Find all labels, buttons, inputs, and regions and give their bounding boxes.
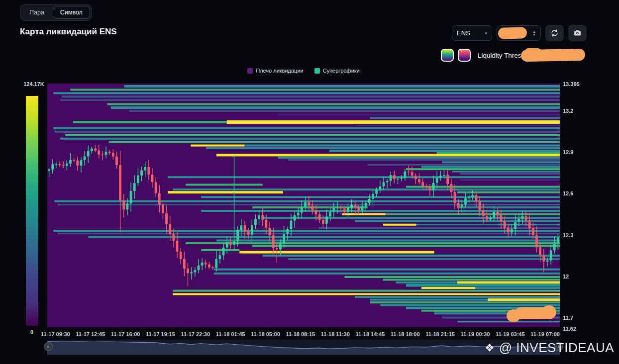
time-tick-label: 11-18 18:00: [391, 331, 420, 337]
page-title: Карта ликвидаций ENS: [20, 27, 117, 37]
number-stepper[interactable]: ▲▼: [532, 30, 536, 36]
watermark: ❖ @ INVESTIDEAUA: [485, 340, 614, 356]
time-tick-label: 11-18 05:00: [251, 331, 280, 337]
time-tick-label: 11-17 09:30: [41, 331, 70, 337]
refresh-button[interactable]: [545, 25, 564, 41]
chart-legend: Плечо ликвидации Суперграфики: [47, 68, 560, 74]
redaction-scribble-input: [498, 27, 527, 39]
time-tick-label: 11-18 21:15: [425, 331, 455, 337]
time-tick-label: 11-17 16:00: [111, 331, 140, 337]
legend-swatch-purple: [247, 68, 253, 74]
legend-item-supercharts[interactable]: Суперграфики: [314, 68, 360, 74]
symbol-select[interactable]: ENS ▾: [452, 25, 492, 41]
symbol-select-value: ENS: [457, 29, 470, 37]
time-tick-label: 11-19 00:30: [461, 331, 490, 337]
camera-icon: [573, 29, 582, 37]
price-tick-label: 11.62: [563, 326, 576, 332]
redaction-scribble-threshold: [521, 49, 585, 62]
time-axis: 11-17 09:3011-17 12:4511-17 16:0011-17 1…: [41, 331, 560, 337]
time-tick-label: 11-19 03:45: [496, 331, 525, 337]
liquidation-heatmap-canvas[interactable]: [47, 84, 560, 327]
time-tick-label: 11-18 08:15: [286, 331, 315, 337]
refresh-icon: [550, 29, 559, 37]
price-tick-label: 12.9: [563, 149, 573, 155]
colormap-swatch-magma[interactable]: [458, 49, 471, 62]
redaction-scribble-chart: [515, 307, 550, 319]
time-tick-label: 11-17 22:30: [181, 331, 210, 337]
time-tick-label: 11-18 14:45: [356, 331, 385, 337]
price-axis: 13.39513.212.912.612.31211.711.62: [563, 84, 593, 327]
colorbar-gradient[interactable]: [26, 96, 38, 326]
price-tick-label: 12: [563, 273, 569, 279]
liquidation-heatmap-plot: [47, 84, 560, 327]
navigator-left-handle[interactable]: ‖: [44, 342, 53, 351]
toggle-pair[interactable]: Пара: [22, 6, 52, 19]
pair-symbol-toggle: Пара Символ: [20, 4, 92, 21]
legend-item-liquidation-leverage[interactable]: Плечо ликвидации: [247, 68, 303, 74]
time-tick-label: 11-19 07:00: [530, 331, 560, 337]
watermark-text: @ INVESTIDEAUA: [499, 340, 614, 356]
price-tick-label: 12.6: [563, 190, 573, 196]
chevron-down-icon: ▾: [485, 31, 487, 36]
price-tick-label: 13.395: [563, 81, 580, 87]
price-tick-label: 13.2: [563, 108, 573, 114]
colorbar-min-label: 0: [25, 329, 39, 335]
toggle-symbol[interactable]: Символ: [53, 6, 90, 19]
screenshot-button[interactable]: [568, 25, 587, 41]
time-tick-label: 11-18 11:30: [321, 331, 350, 337]
colorbar-max-label: 124.17K: [20, 81, 48, 87]
range-navigator: ‖ ‖: [47, 340, 560, 355]
navigator-canvas[interactable]: [47, 340, 560, 355]
binance-diamond-icon: ❖: [485, 343, 495, 354]
time-tick-label: 11-17 19:15: [146, 331, 175, 337]
time-tick-label: 11-18 01:45: [216, 331, 245, 337]
price-tick-label: 11.7: [563, 315, 573, 321]
legend-swatch-green: [314, 68, 320, 74]
price-tick-label: 12.3: [563, 232, 573, 238]
colormap-swatch-viridis[interactable]: [441, 49, 454, 62]
time-tick-label: 11-17 12:45: [76, 331, 105, 337]
liquidation-map-app: Пара Символ Карта ликвидаций ENS ENS ▾ ▲…: [0, 0, 619, 364]
